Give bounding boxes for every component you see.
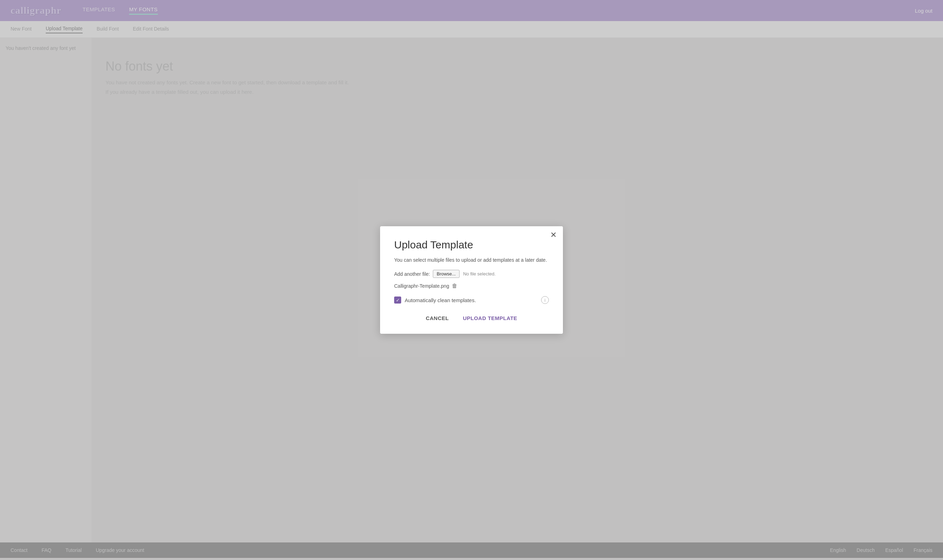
no-file-text: No file selected.: [463, 271, 496, 277]
upload-template-button[interactable]: UPLOAD TEMPLATE: [463, 315, 517, 321]
browse-button[interactable]: Browse...: [433, 270, 460, 278]
info-icon[interactable]: i: [541, 296, 549, 304]
auto-clean-row: ✓ Automatically clean templates. i: [394, 296, 549, 304]
checkmark-icon: ✓: [396, 298, 400, 303]
auto-clean-label: Automatically clean templates.: [405, 297, 541, 303]
delete-file-icon[interactable]: 🗑: [452, 283, 457, 289]
upload-template-modal: ✕ Upload Template You can select multipl…: [380, 226, 563, 334]
file-input-label: Add another file:: [394, 271, 430, 277]
modal-close-button[interactable]: ✕: [550, 231, 557, 239]
modal-overlay: ✕ Upload Template You can select multipl…: [0, 0, 943, 560]
cancel-button[interactable]: CANCEL: [426, 315, 449, 321]
modal-buttons: CANCEL UPLOAD TEMPLATE: [394, 315, 549, 321]
uploaded-filename: Calligraphr-Template.png: [394, 283, 449, 289]
uploaded-file-row: Calligraphr-Template.png 🗑: [394, 283, 549, 289]
modal-description: You can select multiple files to upload …: [394, 257, 549, 263]
modal-title: Upload Template: [394, 239, 549, 251]
auto-clean-checkbox[interactable]: ✓: [394, 297, 401, 303]
file-input-row: Add another file: Browse... No file sele…: [394, 270, 549, 278]
